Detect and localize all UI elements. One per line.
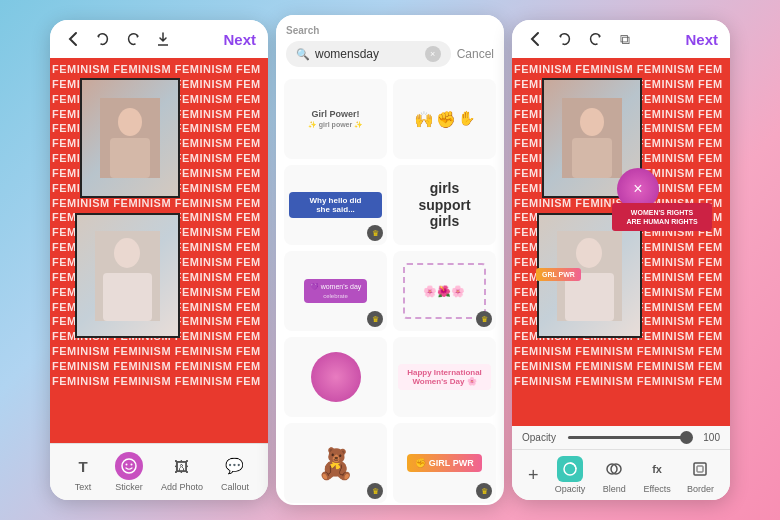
- opacity-fill: [568, 436, 692, 439]
- search-header-label: Search: [286, 25, 494, 36]
- callout-tool[interactable]: 💬 Callout: [221, 452, 249, 492]
- sticker-tool[interactable]: Sticker: [115, 452, 143, 492]
- sticker-hands[interactable]: 🙌 ✊ ✋: [393, 79, 496, 159]
- opacity-icon: [557, 456, 583, 482]
- photo-placeholder-1: [82, 80, 178, 196]
- crown-badge-2: ♛: [367, 311, 383, 327]
- right-panel: ⧉ Next FEMINISM FEMINISM FEMINISM FEM FE…: [512, 20, 730, 500]
- fem-row-1: FEMINISM FEMINISM FEMINISM FEM: [52, 62, 266, 77]
- search-input-container[interactable]: 🔍 womensday ×: [286, 41, 451, 67]
- photo-placeholder-2: [77, 215, 178, 336]
- border-icon: [687, 456, 713, 482]
- opacity-tool-label: Opacity: [555, 484, 586, 494]
- opacity-value: 100: [698, 432, 720, 443]
- sticker-flower-frame[interactable]: 🌸🌺🌸 ♛: [393, 251, 496, 331]
- svg-point-9: [130, 464, 132, 466]
- left-nav-icons: [62, 28, 174, 50]
- photo-frame-bottom[interactable]: [75, 213, 180, 338]
- sticker-purple-box[interactable]: 💜 women's day celebrate ♛: [284, 251, 387, 331]
- overlay-girlpwr-tag[interactable]: GRL PWR: [536, 268, 581, 281]
- crown-badge-4: ♛: [367, 483, 383, 499]
- photo-frame-top[interactable]: [80, 78, 180, 198]
- sticker-girlpwr-gradient[interactable]: ✊ GIRL PWR ♛: [393, 423, 496, 503]
- sticker-girls-support-text: girlssupportgirls: [418, 180, 470, 230]
- feminism-background: FEMINISM FEMINISM FEMINISM FEM FEMINISM …: [50, 58, 268, 443]
- left-panel: Next FEMINISM FEMINISM FEMINISM FEM FEMI…: [50, 20, 268, 500]
- sticker-purple-text: 💜 women's day celebrate: [304, 279, 368, 303]
- callout-label: Callout: [221, 482, 249, 492]
- svg-rect-3: [110, 138, 150, 178]
- svg-rect-20: [697, 466, 703, 472]
- svg-point-8: [125, 464, 127, 466]
- right-undo-button[interactable]: [554, 28, 576, 50]
- svg-point-14: [576, 238, 602, 268]
- right-toolbar: + Opacity Blend fx Effects Border: [512, 449, 730, 500]
- fem-row-20: FEMINISM FEMINISM FEMINISM FEM: [52, 344, 266, 359]
- sticker-grid: Girl Power! ✨ girl power ✨ 🙌 ✊ ✋ Why hel…: [276, 73, 504, 505]
- right-header: ⧉ Next: [512, 20, 730, 58]
- svg-point-7: [122, 459, 136, 473]
- sticker-pink-circle[interactable]: [284, 337, 387, 417]
- callout-icon: 💬: [221, 452, 249, 480]
- crown-badge-3: ♛: [476, 311, 492, 327]
- left-next-button[interactable]: Next: [223, 31, 256, 48]
- opacity-tool[interactable]: Opacity: [555, 456, 586, 494]
- sticker-girls-support[interactable]: girlssupportgirls: [393, 165, 496, 245]
- download-button[interactable]: [152, 28, 174, 50]
- sticker-teddy[interactable]: 🧸 ♛: [284, 423, 387, 503]
- sticker-frame-visual: 🌸🌺🌸: [403, 263, 485, 319]
- cancel-button[interactable]: Cancel: [457, 47, 494, 61]
- undo-button[interactable]: [92, 28, 114, 50]
- back-button[interactable]: [62, 28, 84, 50]
- add-photo-tool[interactable]: 🖼 Add Photo: [161, 452, 203, 492]
- sticker-bear-visual: 🧸: [317, 446, 354, 481]
- border-tool[interactable]: Border: [687, 456, 714, 494]
- blend-icon: [601, 456, 627, 482]
- sticker-icon: [115, 452, 143, 480]
- left-canvas: FEMINISM FEMINISM FEMINISM FEM FEMINISM …: [50, 58, 268, 443]
- sticker-blue-text: Why hello didshe said...: [289, 192, 382, 218]
- right-redo-button[interactable]: [584, 28, 606, 50]
- sticker-happy-womens[interactable]: Happy InternationalWomen's Day 🌸: [393, 337, 496, 417]
- search-input[interactable]: womensday: [315, 47, 420, 61]
- opacity-label: Opacity: [522, 432, 562, 443]
- fem-row-21: FEMINISM FEMINISM FEMINISM FEM: [52, 359, 266, 374]
- plus-add-button[interactable]: +: [528, 465, 539, 486]
- effects-icon: fx: [644, 456, 670, 482]
- svg-rect-6: [103, 273, 152, 321]
- right-feminism-bg: FEMINISM FEMINISM FEMINISM FEM FEMINISM …: [512, 58, 730, 426]
- sticker-girl-power[interactable]: Girl Power! ✨ girl power ✨: [284, 79, 387, 159]
- blend-tool-label: Blend: [603, 484, 626, 494]
- right-back-button[interactable]: [524, 28, 546, 50]
- svg-point-5: [114, 238, 140, 268]
- svg-point-11: [580, 108, 604, 136]
- overlay-close-icon: ×: [633, 180, 642, 198]
- search-magnify-icon: 🔍: [296, 48, 310, 61]
- effects-tool[interactable]: fx Effects: [643, 456, 670, 494]
- overlay-womens-rights[interactable]: WOMEN'S RIGHTSARE HUMAN RIGHTS: [612, 203, 712, 231]
- svg-rect-12: [572, 138, 612, 178]
- svg-rect-19: [694, 463, 706, 475]
- crown-badge-5: ♛: [476, 483, 492, 499]
- girlpwr-text: GRL PWR: [542, 271, 575, 278]
- border-tool-label: Border: [687, 484, 714, 494]
- text-tool[interactable]: T Text: [69, 452, 97, 492]
- right-next-button[interactable]: Next: [685, 31, 718, 48]
- opacity-thumb[interactable]: [680, 431, 693, 444]
- opacity-slider[interactable]: [568, 436, 692, 439]
- sticker-blue-quote[interactable]: Why hello didshe said... ♛: [284, 165, 387, 245]
- opacity-row: Opacity 100: [512, 426, 730, 449]
- blend-tool[interactable]: Blend: [601, 456, 627, 494]
- redo-button[interactable]: [122, 28, 144, 50]
- right-layers-button[interactable]: ⧉: [614, 28, 636, 50]
- sticker-girl-power-text: Girl Power! ✨ girl power ✨: [308, 109, 363, 129]
- sticker-label: Sticker: [115, 482, 143, 492]
- search-clear-button[interactable]: ×: [425, 46, 441, 62]
- add-photo-label: Add Photo: [161, 482, 203, 492]
- search-area: Search 🔍 womensday × Cancel: [276, 15, 504, 73]
- search-row: 🔍 womensday × Cancel: [286, 41, 494, 67]
- plus-icon: +: [528, 465, 539, 486]
- sticker-happy-text: Happy InternationalWomen's Day 🌸: [398, 364, 491, 390]
- text-icon: T: [69, 452, 97, 480]
- left-header: Next: [50, 20, 268, 58]
